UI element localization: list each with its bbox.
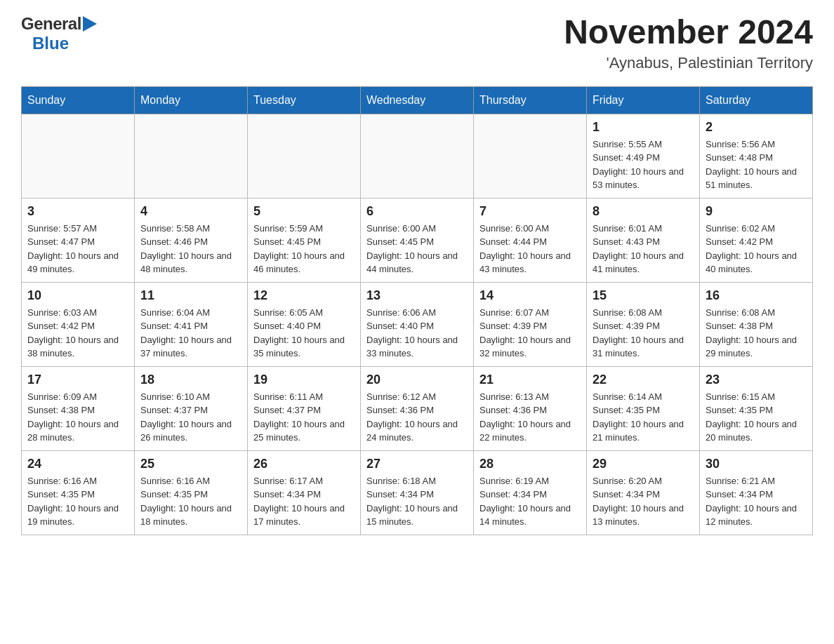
day-info: Sunrise: 6:08 AMSunset: 4:38 PMDaylight:… [706,306,807,361]
calendar-cell: 17Sunrise: 6:09 AMSunset: 4:38 PMDayligh… [22,366,135,450]
calendar-week-row: 3Sunrise: 5:57 AMSunset: 4:47 PMDaylight… [22,198,813,282]
day-number: 12 [253,288,355,303]
day-number: 19 [253,373,355,387]
calendar-cell: 16Sunrise: 6:08 AMSunset: 4:38 PMDayligh… [700,282,813,366]
day-info: Sunrise: 6:17 AMSunset: 4:34 PMDaylight:… [253,474,355,529]
calendar-week-row: 10Sunrise: 6:03 AMSunset: 4:42 PMDayligh… [22,282,813,366]
calendar-cell: 19Sunrise: 6:11 AMSunset: 4:37 PMDayligh… [248,366,361,450]
day-info: Sunrise: 6:14 AMSunset: 4:35 PMDaylight:… [593,390,694,445]
day-info: Sunrise: 6:04 AMSunset: 4:41 PMDaylight:… [140,306,241,361]
day-number: 18 [140,373,241,387]
location-title: 'Aynabus, Palestinian Territory [564,54,813,72]
day-number: 14 [479,288,581,303]
title-block: November 2024 'Aynabus, Palestinian Terr… [564,14,813,72]
day-number: 29 [593,457,694,471]
weekday-header-row: SundayMondayTuesdayWednesdayThursdayFrid… [22,86,813,114]
day-number: 10 [27,288,128,303]
day-info: Sunrise: 6:10 AMSunset: 4:37 PMDaylight:… [140,390,241,445]
weekday-header-wednesday: Wednesday [361,86,474,114]
calendar-cell: 25Sunrise: 6:16 AMSunset: 4:35 PMDayligh… [135,450,248,535]
day-number: 27 [366,457,468,471]
calendar-cell: 28Sunrise: 6:19 AMSunset: 4:34 PMDayligh… [474,450,587,535]
day-info: Sunrise: 6:02 AMSunset: 4:42 PMDaylight:… [706,222,807,276]
day-number: 1 [593,120,694,135]
day-number: 6 [366,204,468,219]
day-number: 15 [593,288,694,303]
calendar-cell: 23Sunrise: 6:15 AMSunset: 4:35 PMDayligh… [700,366,813,450]
calendar-cell: 6Sunrise: 6:00 AMSunset: 4:45 PMDaylight… [361,198,474,282]
calendar-cell: 18Sunrise: 6:10 AMSunset: 4:37 PMDayligh… [135,366,248,450]
day-number: 8 [593,204,694,219]
day-info: Sunrise: 6:12 AMSunset: 4:36 PMDaylight:… [366,390,468,445]
calendar-cell [135,114,248,198]
calendar-cell: 26Sunrise: 6:17 AMSunset: 4:34 PMDayligh… [248,450,361,535]
day-info: Sunrise: 5:55 AMSunset: 4:49 PMDaylight:… [593,137,694,192]
calendar-cell: 4Sunrise: 5:58 AMSunset: 4:46 PMDaylight… [135,198,248,282]
calendar-cell [474,114,587,198]
day-number: 13 [366,288,468,303]
day-number: 16 [706,288,807,303]
calendar-week-row: 17Sunrise: 6:09 AMSunset: 4:38 PMDayligh… [22,366,813,450]
calendar-cell: 22Sunrise: 6:14 AMSunset: 4:35 PMDayligh… [587,366,700,450]
calendar-cell: 2Sunrise: 5:56 AMSunset: 4:48 PMDaylight… [700,114,813,198]
day-number: 11 [140,288,241,303]
day-info: Sunrise: 6:03 AMSunset: 4:42 PMDaylight:… [27,306,128,361]
day-number: 7 [479,204,581,219]
day-info: Sunrise: 6:19 AMSunset: 4:34 PMDaylight:… [479,474,581,529]
day-number: 3 [27,204,128,219]
logo-blue-text: Blue [32,34,69,53]
weekday-header-tuesday: Tuesday [248,86,361,114]
day-number: 26 [253,457,355,471]
day-info: Sunrise: 6:07 AMSunset: 4:39 PMDaylight:… [479,306,581,361]
weekday-header-monday: Monday [135,86,248,114]
day-info: Sunrise: 5:56 AMSunset: 4:48 PMDaylight:… [706,137,807,192]
day-number: 23 [706,373,807,387]
calendar-cell: 14Sunrise: 6:07 AMSunset: 4:39 PMDayligh… [474,282,587,366]
logo-general-text: General [21,14,81,34]
day-info: Sunrise: 6:21 AMSunset: 4:34 PMDaylight:… [706,474,807,529]
day-info: Sunrise: 6:05 AMSunset: 4:40 PMDaylight:… [253,306,355,361]
day-info: Sunrise: 6:00 AMSunset: 4:44 PMDaylight:… [479,222,581,276]
day-number: 20 [366,373,468,387]
calendar-week-row: 1Sunrise: 5:55 AMSunset: 4:49 PMDaylight… [22,114,813,198]
calendar-cell: 5Sunrise: 5:59 AMSunset: 4:45 PMDaylight… [248,198,361,282]
day-number: 21 [479,373,581,387]
day-info: Sunrise: 6:15 AMSunset: 4:35 PMDaylight:… [706,390,807,445]
day-info: Sunrise: 6:08 AMSunset: 4:39 PMDaylight:… [593,306,694,361]
day-info: Sunrise: 6:09 AMSunset: 4:38 PMDaylight:… [27,390,128,445]
day-number: 17 [27,373,128,387]
day-number: 28 [479,457,581,471]
weekday-header-sunday: Sunday [22,86,135,114]
weekday-header-saturday: Saturday [700,86,813,114]
calendar-cell: 9Sunrise: 6:02 AMSunset: 4:42 PMDaylight… [700,198,813,282]
day-info: Sunrise: 6:16 AMSunset: 4:35 PMDaylight:… [27,474,128,529]
calendar-cell: 24Sunrise: 6:16 AMSunset: 4:35 PMDayligh… [22,450,135,535]
logo-arrow-icon [83,16,97,32]
calendar-cell: 7Sunrise: 6:00 AMSunset: 4:44 PMDaylight… [474,198,587,282]
day-number: 5 [253,204,355,219]
day-number: 4 [140,204,241,219]
day-info: Sunrise: 5:57 AMSunset: 4:47 PMDaylight:… [27,222,128,276]
day-info: Sunrise: 6:11 AMSunset: 4:37 PMDaylight:… [253,390,355,445]
day-number: 9 [706,204,807,219]
weekday-header-friday: Friday [587,86,700,114]
calendar-cell: 13Sunrise: 6:06 AMSunset: 4:40 PMDayligh… [361,282,474,366]
day-info: Sunrise: 6:20 AMSunset: 4:34 PMDaylight:… [593,474,694,529]
day-number: 24 [27,457,128,471]
logo: General Blue [21,14,97,53]
calendar-cell: 11Sunrise: 6:04 AMSunset: 4:41 PMDayligh… [135,282,248,366]
calendar-cell: 29Sunrise: 6:20 AMSunset: 4:34 PMDayligh… [587,450,700,535]
weekday-header-thursday: Thursday [474,86,587,114]
day-number: 2 [706,120,807,135]
day-number: 30 [706,457,807,471]
day-info: Sunrise: 6:00 AMSunset: 4:45 PMDaylight:… [366,222,468,276]
page-header: General Blue November 2024 'Aynabus, Pal… [21,14,813,72]
day-info: Sunrise: 5:59 AMSunset: 4:45 PMDaylight:… [253,222,355,276]
calendar-cell: 20Sunrise: 6:12 AMSunset: 4:36 PMDayligh… [361,366,474,450]
calendar-cell: 8Sunrise: 6:01 AMSunset: 4:43 PMDaylight… [587,198,700,282]
day-number: 25 [140,457,241,471]
calendar-cell: 12Sunrise: 6:05 AMSunset: 4:40 PMDayligh… [248,282,361,366]
calendar-cell: 30Sunrise: 6:21 AMSunset: 4:34 PMDayligh… [700,450,813,535]
day-info: Sunrise: 6:18 AMSunset: 4:34 PMDaylight:… [366,474,468,529]
calendar-cell: 3Sunrise: 5:57 AMSunset: 4:47 PMDaylight… [22,198,135,282]
